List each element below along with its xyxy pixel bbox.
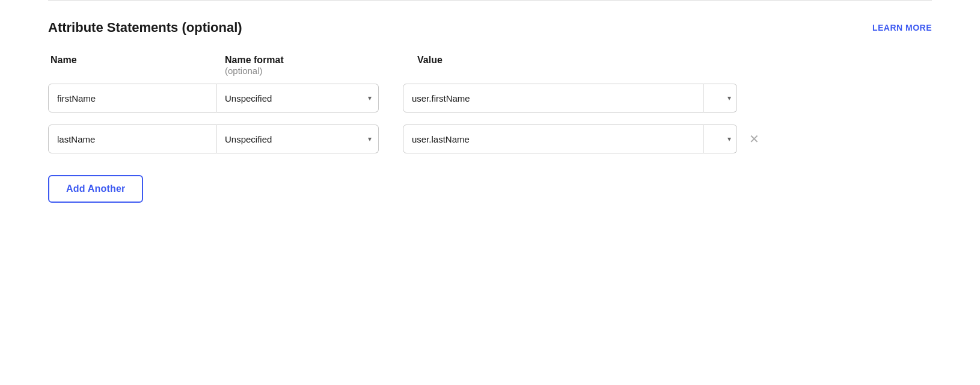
add-another-button[interactable]: Add Another <box>48 175 143 203</box>
remove-icon-2: ✕ <box>749 133 759 145</box>
format-column-header: Name format (optional) <box>225 55 393 76</box>
attribute-row-1: Unspecified URI Reference Basic ▾ ▾ <box>48 84 932 112</box>
learn-more-link[interactable]: LEARN MORE <box>872 23 932 32</box>
attribute-statements-section: Attribute Statements (optional) LEARN MO… <box>0 0 980 203</box>
section-title: Attribute Statements (optional) <box>48 20 242 35</box>
name-input-2[interactable] <box>48 125 216 153</box>
value-select-2[interactable] <box>703 125 737 153</box>
column-headers: Name Name format (optional) Value <box>48 55 932 76</box>
name-column-header: Name <box>51 55 225 66</box>
format-select-wrapper-2: Unspecified URI Reference Basic ▾ <box>216 125 379 153</box>
value-select-1[interactable] <box>703 84 737 112</box>
value-group-2: ▾ ✕ <box>403 125 762 153</box>
value-select-wrapper-2: ▾ <box>703 125 737 153</box>
name-input-1[interactable] <box>48 84 216 112</box>
format-select-wrapper-1: Unspecified URI Reference Basic ▾ <box>216 84 379 112</box>
name-format-group-2: Unspecified URI Reference Basic ▾ <box>48 125 379 153</box>
value-input-2[interactable] <box>403 125 703 153</box>
value-select-wrapper-1: ▾ <box>703 84 737 112</box>
value-group-1: ▾ <box>403 84 737 112</box>
value-input-1[interactable] <box>403 84 703 112</box>
value-column-header: Value <box>417 55 754 66</box>
format-column-label: Name format <box>225 55 284 65</box>
section-header: Attribute Statements (optional) LEARN MO… <box>48 20 932 35</box>
name-format-group-1: Unspecified URI Reference Basic ▾ <box>48 84 379 112</box>
format-select-2[interactable]: Unspecified URI Reference Basic <box>216 125 379 153</box>
top-divider <box>48 0 932 1</box>
attribute-row-2: Unspecified URI Reference Basic ▾ ▾ ✕ <box>48 125 932 153</box>
format-optional-label: (optional) <box>225 66 263 76</box>
remove-row-2-button[interactable]: ✕ <box>747 131 762 147</box>
format-select-1[interactable]: Unspecified URI Reference Basic <box>216 84 379 112</box>
